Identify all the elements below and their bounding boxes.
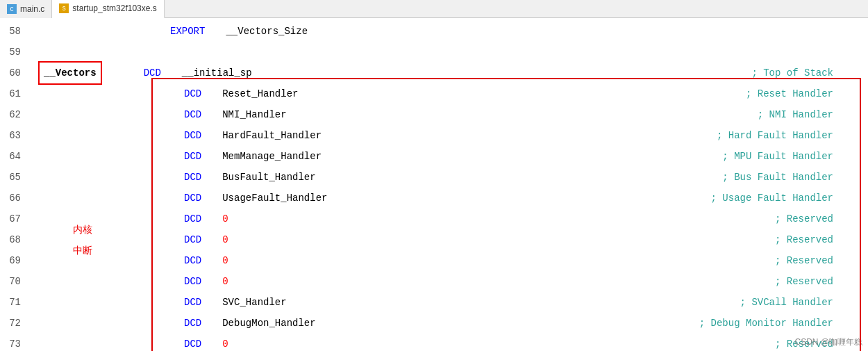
comment-61: ; Reset Handler: [746, 83, 833, 104]
code-line-68: 68 中断 DCD 0 ; Reserved: [0, 229, 868, 250]
code-line-72: 72 DCD DebugMon_Handler ; Debug Monitor …: [0, 313, 868, 334]
comment-69: ; Reserved: [775, 250, 833, 271]
comment-65: ; Bus Fault Handler: [722, 167, 833, 188]
code-line-65: 65 DCD BusFault_Handler ; Bus Fault Hand…: [0, 167, 868, 188]
annotation-line2: 中断: [73, 240, 92, 261]
comment-62: ; NMI Handler: [758, 104, 833, 125]
sym-zero-68: 0: [222, 229, 228, 250]
line-num-62: 62: [0, 104, 31, 125]
kw-dcd-68: DCD: [184, 229, 201, 250]
code-line-63: 63 DCD HardFault_Handler ; Hard Fault Ha…: [0, 125, 868, 146]
tab-icon-startup: s: [59, 3, 69, 13]
code-line-67: 67 内核 DCD 0 ; Reserved: [0, 209, 868, 229]
line-content-68: 中断 DCD 0 ; Reserved: [31, 229, 868, 250]
tab-main-c[interactable]: c main.c: [0, 0, 52, 18]
line-num-67: 67: [0, 209, 31, 229]
kw-export: EXPORT: [170, 21, 205, 42]
sym-zero-67: 0: [222, 209, 228, 229]
line-content-64: DCD MemManage_Handler ; MPU Fault Handle…: [31, 146, 868, 167]
sym-zero-73: 0: [222, 334, 228, 351]
kw-dcd-64: DCD: [184, 146, 201, 167]
sym-vectors-size: __Vectors_Size: [226, 21, 308, 42]
code-line-61: 61 DCD Reset_Handler ; Reset Handler: [0, 83, 868, 104]
kw-dcd-73: DCD: [184, 334, 201, 351]
line-num-68: 68: [0, 229, 31, 250]
tab-icon-main-c: c: [7, 4, 17, 14]
line-content-60: __Vectors DCD __initial_sp ; Top of Stac…: [31, 61, 868, 85]
code-line-59: 59: [0, 42, 868, 63]
code-line-62: 62 DCD NMI_Handler ; NMI Handler: [0, 104, 868, 125]
line-content-61: DCD Reset_Handler ; Reset Handler: [31, 83, 868, 104]
comment-71: ; SVCall Handler: [740, 292, 833, 313]
code-line-70: 70 DCD 0 ; Reserved: [0, 271, 868, 292]
kw-dcd-71: DCD: [184, 292, 201, 313]
sym-initial-sp: __initial_sp: [182, 63, 252, 83]
line-num-70: 70: [0, 271, 31, 292]
code-line-66: 66 DCD UsageFault_Handler ; Usage Fault …: [0, 188, 868, 209]
line-content-69: DCD 0 ; Reserved: [31, 250, 868, 271]
line-num-65: 65: [0, 167, 31, 188]
kw-dcd-70: DCD: [184, 271, 201, 292]
kw-dcd-69: DCD: [184, 250, 201, 271]
comment-66: ; Usage Fault Handler: [711, 188, 833, 209]
comment-63: ; Hard Fault Handler: [717, 125, 833, 146]
line-num-61: 61: [0, 83, 31, 104]
tab-label-main-c: main.c: [20, 4, 44, 14]
tab-startup[interactable]: s startup_stm32f103xe.s: [52, 0, 164, 18]
line-content-67: 内核 DCD 0 ; Reserved: [31, 209, 868, 229]
line-content-65: DCD BusFault_Handler ; Bus Fault Handler: [31, 167, 868, 188]
kw-dcd-61: DCD: [184, 83, 201, 104]
comment-68: ; Reserved: [775, 229, 833, 250]
line-content-63: DCD HardFault_Handler ; Hard Fault Handl…: [31, 125, 868, 146]
code-line-69: 69 DCD 0 ; Reserved: [0, 250, 868, 271]
line-content-72: DCD DebugMon_Handler ; Debug Monitor Han…: [31, 313, 868, 334]
sym-memmanage: MemManage_Handler: [222, 146, 322, 167]
kw-dcd-65: DCD: [184, 167, 201, 188]
line-num-59: 59: [0, 42, 31, 63]
kw-dcd-72: DCD: [184, 313, 201, 334]
vectors-label: __Vectors: [38, 61, 102, 85]
line-num-64: 64: [0, 146, 31, 167]
line-content-66: DCD UsageFault_Handler ; Usage Fault Han…: [31, 188, 868, 209]
line-num-66: 66: [0, 188, 31, 209]
comment-70: ; Reserved: [775, 271, 833, 292]
comment-64: ; MPU Fault Handler: [722, 146, 833, 167]
sym-debugmon: DebugMon_Handler: [222, 313, 315, 334]
kw-dcd-63: DCD: [184, 125, 201, 146]
kw-dcd-66: DCD: [184, 188, 201, 209]
code-line-60: 60 __Vectors DCD __initial_sp ; Top of S…: [0, 63, 868, 83]
sym-nmi: NMI_Handler: [222, 104, 286, 125]
sym-hardfault: HardFault_Handler: [222, 125, 322, 146]
line-num-72: 72: [0, 313, 31, 334]
code-area: 58 EXPORT __Vectors_Size 59 60 __Vectors…: [0, 18, 868, 351]
comment-60: ; Top of Stack: [751, 63, 833, 83]
sym-busfault: BusFault_Handler: [222, 167, 315, 188]
line-num-60: 60: [0, 63, 31, 83]
line-num-69: 69: [0, 250, 31, 271]
code-line-64: 64 DCD MemManage_Handler ; MPU Fault Han…: [0, 146, 868, 167]
sym-zero-70: 0: [222, 271, 228, 292]
line-content-73: DCD 0 ; Reserved: [31, 334, 868, 351]
kw-dcd-67: DCD: [184, 209, 201, 229]
watermark: CSDN @咖喱年糕: [794, 336, 862, 348]
code-line-71: 71 DCD SVC_Handler ; SVCall Handler: [0, 292, 868, 313]
line-content-62: DCD NMI_Handler ; NMI Handler: [31, 104, 868, 125]
code-line-73: 73 DCD 0 ; Reserved: [0, 334, 868, 351]
line-num-58: 58: [0, 21, 31, 42]
code-line-58: 58 EXPORT __Vectors_Size: [0, 21, 868, 42]
line-num-71: 71: [0, 292, 31, 313]
comment-67: ; Reserved: [775, 209, 833, 229]
line-content-70: DCD 0 ; Reserved: [31, 271, 868, 292]
line-num-73: 73: [0, 334, 31, 351]
tab-label-startup: startup_stm32f103xe.s: [72, 3, 156, 13]
sym-reset: Reset_Handler: [222, 83, 298, 104]
sym-zero-69: 0: [222, 250, 228, 271]
kw-dcd-62: DCD: [184, 104, 201, 125]
tab-bar: c main.c s startup_stm32f103xe.s: [0, 0, 868, 18]
sym-usagefault: UsageFault_Handler: [222, 188, 327, 209]
sym-svc: SVC_Handler: [222, 292, 286, 313]
kw-dcd-60: DCD: [144, 63, 161, 83]
line-content-71: DCD SVC_Handler ; SVCall Handler: [31, 292, 868, 313]
line-content-58: EXPORT __Vectors_Size: [31, 21, 868, 42]
line-num-63: 63: [0, 125, 31, 146]
